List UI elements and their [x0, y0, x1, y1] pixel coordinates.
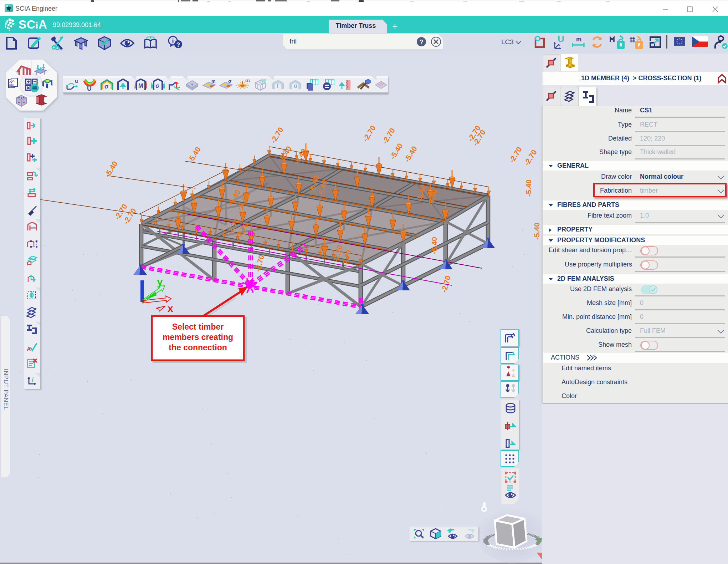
svg-text:A: A: [27, 346, 31, 352]
svg-text:f: f: [277, 83, 279, 89]
svg-text:σ: σ: [104, 83, 108, 90]
svg-text:members creating: members creating: [163, 332, 233, 342]
svg-text:-2.70: -2.70: [361, 124, 377, 143]
svg-text:-5.40: -5.40: [533, 223, 541, 240]
svg-text:α: α: [294, 83, 297, 89]
svg-text:σz: σz: [245, 78, 250, 83]
svg-text:?: ?: [176, 41, 180, 48]
svg-text:U: U: [87, 85, 92, 91]
svg-text:σ: σ: [155, 83, 159, 89]
svg-text:-2.70: -2.70: [380, 127, 396, 146]
svg-text:?: ?: [419, 38, 424, 46]
svg-text:u: u: [75, 78, 78, 84]
svg-text:x: x: [168, 303, 173, 314]
svg-text:σ: σ: [228, 78, 231, 84]
svg-text:-2.70: -2.70: [507, 146, 523, 164]
svg-text:1: 1: [638, 44, 640, 47]
svg-text:Select timber: Select timber: [172, 322, 224, 331]
svg-text:-5.40: -5.40: [430, 237, 438, 254]
svg-text:-5.40: -5.40: [186, 146, 202, 164]
svg-text:1: 1: [620, 44, 621, 47]
svg-text:m: m: [211, 78, 216, 84]
svg-text:-5.40: -5.40: [103, 160, 119, 179]
svg-text:-5.40: -5.40: [403, 145, 419, 164]
svg-text:-2.70: -2.70: [440, 275, 452, 293]
svg-text:y: y: [157, 276, 163, 288]
svg-text:22: 22: [6, 5, 8, 7]
svg-text:M: M: [138, 83, 143, 89]
svg-text:i: i: [32, 376, 34, 383]
svg-text:-2.70: -2.70: [269, 126, 285, 145]
svg-text:-5.40: -5.40: [388, 142, 404, 161]
svg-text:m: m: [576, 36, 581, 43]
svg-text:i: i: [172, 37, 174, 45]
svg-text:-5.40: -5.40: [524, 179, 533, 197]
svg-text:the connection: the connection: [169, 343, 227, 352]
svg-text:U: U: [558, 35, 564, 44]
svg-text:-2.70: -2.70: [522, 148, 538, 167]
